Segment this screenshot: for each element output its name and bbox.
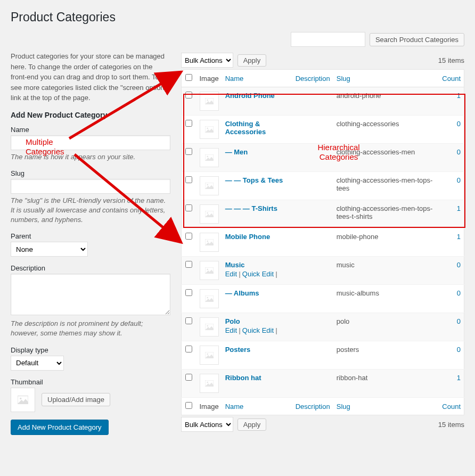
add-category-button[interactable]: Add New Product Category	[11, 420, 109, 435]
row-slug: music-albums	[333, 285, 438, 313]
items-count-top: 15 items	[438, 56, 464, 64]
col-count-foot[interactable]: Count	[442, 403, 461, 411]
name-label: Name	[11, 126, 170, 134]
row-checkbox[interactable]	[185, 317, 192, 324]
edit-link[interactable]: Edit	[225, 326, 237, 334]
svg-point-3	[207, 100, 208, 101]
row-slug: polo	[333, 313, 438, 341]
parent-select[interactable]: None	[11, 242, 88, 257]
row-slug: android-phone	[333, 87, 438, 116]
row-count-link[interactable]: 0	[457, 148, 461, 156]
row-description	[292, 285, 333, 313]
row-checkbox[interactable]	[185, 176, 192, 183]
table-row: Android Phoneandroid-phone1	[182, 87, 464, 116]
row-slug: mobile-phone	[333, 228, 438, 257]
quick-edit-link[interactable]: Quick Edit	[242, 326, 274, 334]
row-count-link[interactable]: 1	[457, 233, 461, 241]
row-checkbox[interactable]	[185, 204, 192, 211]
row-count-link[interactable]: 1	[457, 374, 461, 382]
row-checkbox[interactable]	[185, 346, 192, 352]
description-textarea[interactable]	[11, 274, 170, 315]
col-description-foot[interactable]: Description	[296, 403, 330, 411]
col-count[interactable]: Count	[442, 75, 461, 83]
intro-text: Product categories for your store can be…	[11, 51, 170, 103]
row-name-link[interactable]: Music	[225, 261, 245, 269]
col-image-foot: Image	[196, 398, 222, 415]
select-all-top[interactable]	[185, 74, 192, 81]
svg-point-7	[207, 156, 208, 158]
row-image-placeholder	[200, 317, 219, 337]
table-row: — Menclothing-accessories-men0	[182, 144, 464, 172]
row-description	[292, 370, 333, 398]
row-name-link[interactable]: — — Tops & Tees	[225, 176, 283, 184]
parent-label: Parent	[11, 232, 170, 240]
display-select[interactable]: Default	[11, 356, 64, 371]
bulk-actions-select-bottom[interactable]: Bulk Actions	[181, 417, 233, 432]
row-count-link[interactable]: 0	[457, 120, 461, 128]
row-image-placeholder	[200, 289, 219, 308]
quick-edit-link[interactable]: Quick Edit	[242, 270, 274, 278]
col-slug-foot[interactable]: Slug	[337, 403, 350, 411]
upload-image-button[interactable]: Upload/Add image	[42, 393, 110, 406]
row-checkbox[interactable]	[185, 233, 192, 240]
col-name[interactable]: Name	[225, 75, 244, 83]
row-count-link[interactable]: 0	[457, 289, 461, 297]
row-name-link[interactable]: — Albums	[225, 289, 259, 297]
search-input[interactable]	[291, 32, 365, 47]
row-description	[292, 200, 333, 228]
row-description	[292, 144, 333, 172]
row-slug: clothing-accessories-men-tops-tees	[333, 172, 438, 200]
row-name-link[interactable]: Posters	[225, 346, 251, 354]
row-name-link[interactable]: Clothing & Accessories	[225, 120, 266, 136]
svg-point-5	[207, 128, 208, 129]
row-count-link[interactable]: 0	[457, 176, 461, 184]
row-description	[292, 341, 333, 370]
edit-link[interactable]: Edit	[225, 270, 237, 278]
table-row: Clothing & Accessoriesclothing-accessori…	[182, 116, 464, 144]
row-checkbox[interactable]	[185, 120, 192, 127]
apply-button-bottom[interactable]: Apply	[238, 418, 267, 431]
name-desc: The name is how it appears on your site.	[11, 152, 170, 162]
row-name-link[interactable]: Ribbon hat	[225, 374, 261, 382]
row-name-link[interactable]: — Men	[225, 148, 248, 156]
row-checkbox[interactable]	[185, 289, 192, 296]
row-name-link[interactable]: Android Phone	[225, 92, 275, 100]
row-image-placeholder	[200, 148, 219, 167]
col-slug[interactable]: Slug	[337, 75, 350, 83]
row-name-link[interactable]: Polo	[225, 317, 240, 325]
svg-point-19	[207, 325, 208, 327]
row-count-link[interactable]: 0	[457, 261, 461, 269]
row-image-placeholder	[200, 346, 219, 365]
row-checkbox[interactable]	[185, 148, 192, 155]
search-button[interactable]: Search Product Categories	[370, 33, 464, 46]
name-input[interactable]	[11, 135, 170, 150]
row-name-link[interactable]: Mobile Phone	[225, 233, 271, 241]
row-checkbox[interactable]	[185, 374, 192, 381]
row-image-placeholder	[200, 204, 219, 224]
row-count-link[interactable]: 1	[457, 92, 461, 100]
slug-label: Slug	[11, 169, 170, 177]
table-row: — Albumsmusic-albums0	[182, 285, 464, 313]
select-all-bottom[interactable]	[185, 402, 192, 409]
row-image-placeholder	[200, 261, 219, 280]
row-description	[292, 313, 333, 341]
svg-point-15	[207, 269, 208, 270]
row-description	[292, 172, 333, 200]
row-image-placeholder	[200, 92, 219, 111]
col-name-foot[interactable]: Name	[225, 403, 244, 411]
col-description[interactable]: Description	[296, 75, 330, 83]
slug-input[interactable]	[11, 179, 170, 194]
row-checkbox[interactable]	[185, 92, 192, 99]
bulk-actions-select-top[interactable]: Bulk Actions	[181, 53, 233, 68]
row-checkbox[interactable]	[185, 261, 192, 268]
row-description	[292, 116, 333, 144]
row-count-link[interactable]: 0	[457, 346, 461, 354]
row-count-link[interactable]: 0	[457, 317, 461, 325]
row-count-link[interactable]: 1	[457, 204, 461, 212]
thumbnail-label: Thumbnail	[11, 378, 170, 386]
apply-button-top[interactable]: Apply	[238, 54, 267, 67]
row-slug: clothing-accessories	[333, 116, 438, 144]
table-row: Mobile Phonemobile-phone1	[182, 228, 464, 257]
row-name-link[interactable]: — — — T-Shirts	[225, 204, 277, 212]
row-description	[292, 87, 333, 116]
